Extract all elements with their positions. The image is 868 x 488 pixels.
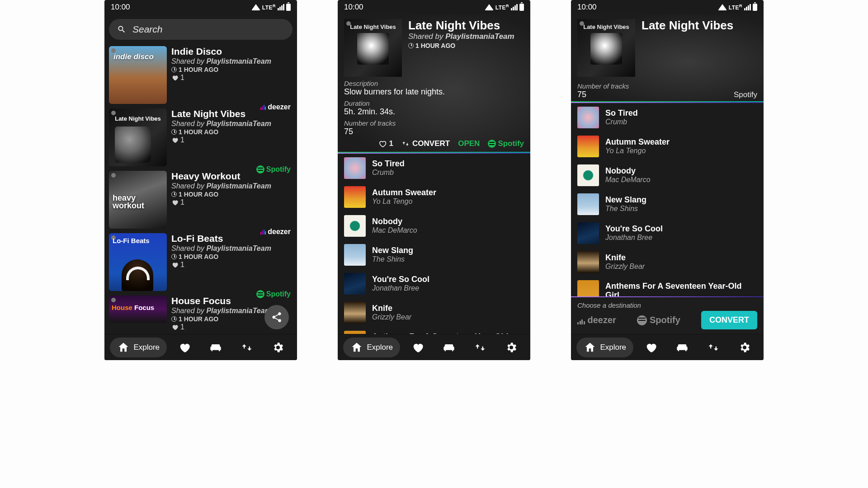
bottom-nav: Explore [571,334,764,360]
nav-favorites[interactable] [404,338,431,357]
nav-favorites[interactable] [171,338,198,357]
track-artist: Grizzly Bear [372,313,524,321]
playlist-art: Lo-Fi Beats [109,233,167,291]
track-row[interactable]: So Tired Crumb [571,103,764,132]
track-row[interactable]: Autumn Sweater Yo La Tengo [571,132,764,161]
network-label: LTER [729,4,742,11]
open-button[interactable]: OPEN [458,139,480,148]
playlist-art: heavyworkout [109,171,167,229]
bottom-nav: Explore [338,334,530,360]
playlist-likes: 1 [171,261,292,269]
track-row[interactable]: You're So Cool Jonathan Bree [571,219,764,248]
bottom-nav: Explore [104,334,297,360]
status-bar: 10:00 LTER [571,0,764,14]
track-title: Nobody [372,217,524,226]
action-row: 1 CONVERT OPEN Spotify [344,139,524,148]
phone-explore: 10:00 LTER indie disco Indie Disco Share… [104,0,297,360]
clock-icon [171,316,177,322]
playlist-shared-by: Shared by PlaylistmaniaTeam [408,32,524,41]
track-artist: Yo La Tengo [605,147,757,155]
nav-library[interactable] [435,338,462,357]
search-input[interactable] [132,24,284,35]
playlist-title: Lo-Fi Beats [171,233,292,244]
track-art [577,251,599,273]
playlist-art: Late Night Vibes [109,108,167,166]
destination-deezer[interactable]: deezer [577,315,616,325]
nav-settings[interactable] [498,338,525,357]
description-label: Description [344,80,524,87]
nav-library[interactable] [202,338,229,357]
track-row[interactable]: Anthems For A Seventeen Year-Old Girl [571,277,764,296]
nav-convert[interactable] [700,338,727,357]
ntracks-value: 75 [344,127,524,136]
track-art [577,193,599,215]
couch-icon [209,341,222,354]
convert-button[interactable]: CONVERT [401,139,450,148]
description-value: Slow burners for late nights. [344,87,524,97]
playlist-header: Late Night Vibes Late Night Vibes Number… [571,14,764,101]
playlist-title: Late Night Vibes [408,19,524,32]
signal-icon [744,4,751,10]
playlist-shared-by: Shared by PlaylistmaniaTeam [171,57,292,66]
nav-settings[interactable] [731,338,758,357]
ntracks-label: Number of tracks [344,119,524,127]
nav-explore[interactable]: Explore [343,338,400,357]
status-bar: 10:00 LTER [338,0,530,14]
track-row[interactable]: Nobody Mac DeMarco [571,161,764,190]
track-row[interactable]: So Tired Crumb [338,154,530,183]
destination-spotify[interactable]: Spotify [637,315,680,325]
heart-outline-icon [378,140,387,148]
nav-library[interactable] [669,338,696,357]
clock-icon [408,43,414,48]
track-row[interactable]: New Slang The Shins [338,240,530,269]
track-row[interactable]: Nobody Mac DeMarco [338,211,530,240]
status-time: 10:00 [111,3,130,12]
heart-icon [411,341,424,354]
track-row[interactable]: Knife Grizzly Bear [571,248,764,277]
playlist-art: Late Night Vibes [344,19,402,77]
convert-button[interactable]: CONVERT [701,311,757,329]
heart-icon [171,136,179,144]
transfer-icon [474,341,486,354]
playlist-card[interactable]: indie disco Indie Disco Shared by Playli… [104,42,297,108]
playlist-card[interactable]: Late Night Vibes Late Night Vibes Shared… [104,108,297,171]
track-row[interactable]: You're So Cool Jonathan Bree [338,269,530,298]
like-button[interactable]: 1 [378,139,393,148]
track-list[interactable]: So Tired Crumb Autumn Sweater Yo La Teng… [338,154,530,334]
playlist-likes: 1 [171,136,292,144]
playlist-art: Late Night Vibes [577,19,635,77]
track-art [577,280,599,296]
track-list[interactable]: So Tired Crumb Autumn Sweater Yo La Teng… [571,103,764,296]
network-label: LTER [495,4,509,11]
search-bar[interactable] [109,19,292,40]
nav-convert[interactable] [233,338,260,357]
nav-favorites[interactable] [637,338,665,357]
playlist-ago: 1 HOUR AGO [408,42,524,49]
ntracks-value: 75 [577,90,629,99]
track-title: So Tired [605,109,757,118]
nav-explore[interactable]: Explore [110,338,167,357]
track-row[interactable]: Anthems For A Seventeen Year-Old Girl [338,327,530,334]
playlist-shared-by: Shared by PlaylistmaniaTeam [171,120,292,128]
track-art [344,331,366,334]
track-row[interactable]: Autumn Sweater Yo La Tengo [338,183,530,211]
track-artist: Mac DeMarco [372,226,524,235]
track-row[interactable]: Knife Grizzly Bear [338,298,530,327]
playlist-shared-by: Shared by PlaylistmaniaTeam [171,182,292,190]
share-fab[interactable] [264,305,289,329]
gear-icon [505,341,518,354]
signal-icon [511,4,518,10]
nav-convert[interactable] [467,338,494,357]
nav-settings[interactable] [264,338,292,357]
gear-icon [272,341,284,354]
service-spotify-icon: Spotify [734,90,757,99]
playlist-card[interactable]: heavyworkout Heavy Workout Shared by Pla… [104,171,297,233]
track-title: Anthems For A Seventeen Year-Old Girl [605,282,757,296]
transfer-icon [241,341,253,354]
playlist-art: House Focus [109,296,167,323]
nav-explore[interactable]: Explore [576,338,633,357]
track-row[interactable]: New Slang The Shins [571,190,764,219]
playlist-card[interactable]: Lo-Fi Beats Lo-Fi Beats Shared by Playli… [104,233,297,296]
status-right: LTER [251,4,291,11]
heart-icon [645,341,657,354]
